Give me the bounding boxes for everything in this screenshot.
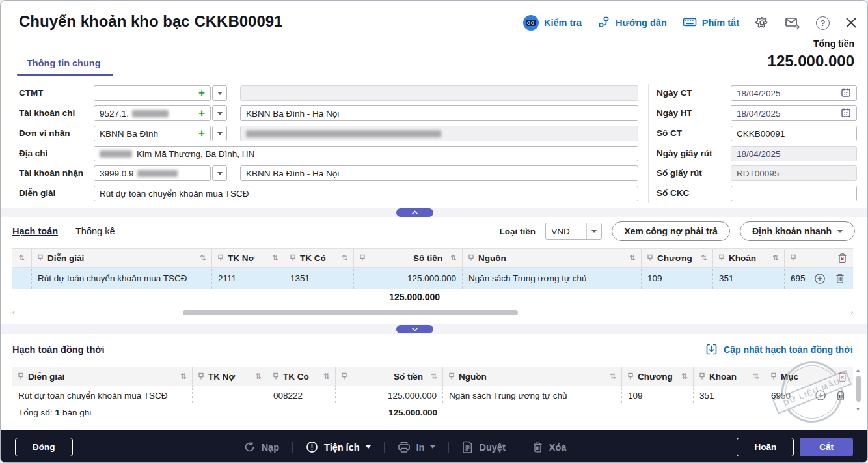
column-header-subitem-clipped[interactable] [785, 249, 806, 267]
view-payables-button[interactable]: Xem công nợ phải trả [612, 221, 730, 241]
horizontal-scrollbar[interactable]: ‹ › [12, 309, 853, 316]
cell-item[interactable]: 351 [694, 386, 765, 404]
close-form-button[interactable]: Đóng [15, 438, 73, 456]
shortcut-button[interactable]: Phím tắt [683, 16, 739, 30]
simultaneous-table-row[interactable]: Rút dự toán chuyển khoản mua TSCĐ 008222… [12, 386, 853, 404]
scroll-up-icon[interactable]: ▴ [856, 367, 860, 373]
sort-icon[interactable]: ⇅ [772, 253, 779, 262]
cell-debit[interactable] [193, 386, 267, 404]
column-header-chapter[interactable]: Chương⇅ [642, 249, 713, 267]
doc-date-field[interactable]: 18/04/2025 [731, 85, 857, 101]
currency-select[interactable]: VND [545, 223, 602, 240]
sort-icon[interactable]: ⇅ [342, 253, 348, 262]
scrollbar-thumb[interactable] [856, 376, 861, 402]
ctmt-dropdown-button[interactable] [212, 85, 227, 101]
sort-icon[interactable]: ⇅ [323, 372, 330, 381]
column-header-credit[interactable]: TK Có⇅ [284, 249, 354, 267]
sort-icon[interactable]: ⇅ [180, 372, 187, 381]
scroll-left-icon[interactable]: ‹ [12, 309, 14, 316]
cell-subitem-clipped[interactable]: 6950 [785, 268, 806, 289]
postpone-button[interactable]: Hoãn [737, 438, 794, 456]
column-header-description[interactable]: Diễn giải⇅ [32, 249, 212, 267]
reload-button[interactable]: Nạp [243, 441, 279, 453]
sort-icon[interactable]: ⇅ [431, 372, 437, 381]
debit-account-dropdown-button[interactable] [212, 105, 227, 121]
update-simultaneous-button[interactable]: Cập nhật hạch toán đồng thời [705, 343, 853, 356]
cell-chapter[interactable]: 109 [622, 386, 694, 404]
receiving-unit-detail-field[interactable] [240, 126, 638, 141]
guide-button[interactable]: Hướng dẫn [597, 16, 667, 31]
ctmt-detail-field[interactable] [240, 85, 638, 101]
cell-source[interactable]: Ngân sách Trung ương tự chủ [443, 386, 622, 404]
delete-button[interactable]: Xóa [532, 442, 567, 453]
scroll-right-icon[interactable]: › [851, 309, 853, 316]
ctmt-combo[interactable]: + [94, 85, 227, 101]
cell-chapter[interactable]: 109 [642, 268, 713, 289]
tab-statistics[interactable]: Thống kê [75, 226, 115, 236]
tab-accounting[interactable]: Hạch toán [12, 226, 58, 236]
scrollbar-thumb[interactable] [183, 310, 518, 315]
quick-entry-button[interactable]: Định khoản nhanh [740, 221, 855, 241]
credit-account-dropdown-button[interactable] [212, 165, 227, 181]
column-header-source[interactable]: Nguồn⇅ [443, 367, 622, 386]
column-header-subitem[interactable]: Mục [765, 367, 807, 386]
collapse-form-button[interactable] [396, 208, 433, 217]
sort-icon[interactable]: ⇅ [200, 253, 206, 262]
receiving-unit-dropdown-button[interactable] [212, 126, 227, 141]
column-header-source[interactable]: Nguồn⇅ [463, 249, 642, 267]
column-header-item[interactable]: Khoản⇅ [713, 249, 785, 267]
withdrawal-number-field[interactable]: RDT00095 [731, 165, 857, 181]
send-feedback-button[interactable] [785, 16, 800, 30]
cell-amount[interactable]: 125.000.000 [354, 268, 463, 289]
cell-credit[interactable]: 1351 [284, 268, 354, 289]
sort-icon[interactable]: ⇅ [629, 253, 636, 262]
description-field[interactable]: Rút dự toán chuyển khoản mua TSCĐ [94, 186, 638, 201]
column-header-amount[interactable]: Số tiền⇅ [354, 249, 463, 267]
collapse-accounting-button[interactable] [396, 325, 433, 333]
add-row-icon[interactable] [814, 273, 826, 285]
column-header-item[interactable]: Khoản⇅ [694, 367, 765, 386]
receiving-unit-combo[interactable]: KBNN Ba Đình+ [94, 126, 227, 141]
add-row-icon[interactable] [815, 389, 826, 401]
doc-number-field[interactable]: CKKB00091 [731, 126, 857, 141]
settings-button[interactable] [755, 16, 769, 30]
column-header-debit[interactable]: TK Nợ⇅ [193, 367, 267, 386]
column-header-amount[interactable]: Số tiền⇅ [336, 367, 443, 386]
post-date-field[interactable]: 18/04/2025 [731, 105, 857, 121]
approve-button[interactable]: Duyệt [462, 441, 505, 453]
sort-icon[interactable]: ⇅ [681, 372, 688, 381]
cell-credit[interactable]: 008222 [267, 386, 336, 404]
tab-general-info[interactable]: Thông tin chung [27, 58, 101, 68]
delete-all-icon[interactable] [837, 371, 848, 382]
sort-icon[interactable]: ⇅ [272, 253, 278, 262]
withdrawal-date-field[interactable]: 18/04/2025 [731, 146, 857, 161]
debit-account-combo[interactable]: 9527.1.+ [94, 105, 227, 121]
cell-item[interactable]: 351 [713, 268, 785, 289]
row-sort-column-header[interactable]: ⇅ [12, 249, 32, 267]
ckc-number-field[interactable] [731, 186, 857, 201]
add-icon[interactable]: + [198, 127, 205, 140]
submit-button[interactable]: Cắt [800, 438, 853, 456]
sort-icon[interactable]: ⇅ [255, 372, 262, 381]
column-header-debit[interactable]: TK Nợ⇅ [212, 249, 284, 267]
calendar-icon[interactable] [841, 107, 851, 120]
delete-row-icon[interactable] [835, 390, 846, 401]
cell-source[interactable]: Ngân sách Trung ương tự chủ [463, 268, 642, 289]
cell-description[interactable]: Rút dự toán chuyển khoản mua TSCĐ [32, 268, 212, 289]
column-header-chapter[interactable]: Chương⇅ [622, 367, 694, 386]
add-icon[interactable]: + [198, 107, 205, 120]
debit-account-detail-field[interactable]: KBNN Ba Đình - Hà Nội [240, 105, 638, 121]
help-button[interactable]: ? [816, 16, 830, 30]
sort-icon[interactable]: ⇅ [753, 372, 759, 381]
column-header-credit[interactable]: TK Có⇅ [267, 367, 336, 386]
cell-description[interactable]: Rút dự toán chuyển khoản mua TSCĐ [12, 386, 193, 404]
check-button[interactable]: Kiểm tra [523, 15, 582, 31]
accounting-table-row[interactable]: Rút dự toán chuyển khoản mua TSCĐ 2111 1… [12, 268, 853, 289]
delete-row-icon[interactable] [835, 273, 845, 284]
vertical-scrollbar[interactable]: ▴ ▾ [856, 368, 861, 420]
cell-debit[interactable]: 2111 [212, 268, 284, 289]
sort-icon[interactable]: ⇅ [450, 253, 457, 262]
cell-subitem[interactable]: 6950 [765, 386, 807, 404]
sort-icon[interactable]: ⇅ [701, 253, 707, 262]
sort-icon[interactable]: ⇅ [610, 372, 616, 381]
